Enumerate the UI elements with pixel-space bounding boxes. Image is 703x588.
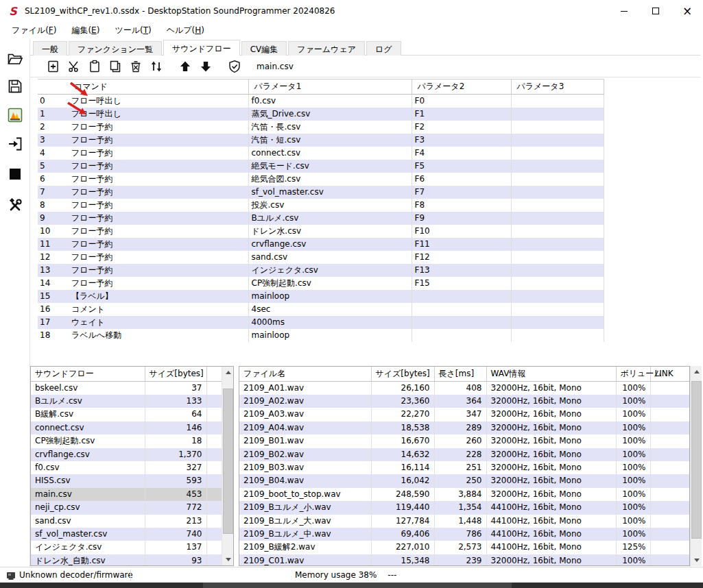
flow-row-param3[interactable] — [511, 95, 604, 108]
flow-row[interactable]: 8フロー予約投炭.csvF8 — [38, 199, 604, 212]
flow-row-n[interactable]: 6 — [38, 173, 69, 186]
flow-row-command[interactable]: 【ラベル】 — [69, 290, 248, 303]
soundflow-row[interactable]: Bユルメ.csv133 — [31, 395, 222, 408]
flow-row-command[interactable]: フロー予約 — [69, 251, 248, 264]
flow-row-param1[interactable]: mainloop — [248, 290, 412, 303]
wav-row[interactable]: 2109_B03.wav16,11425132000Hz, 16bit, Mon… — [239, 461, 689, 474]
flow-row-command[interactable]: フロー呼出し — [69, 95, 248, 108]
soundflow-row[interactable]: crvflange.csv1,370 — [31, 448, 222, 461]
flow-row-n[interactable]: 12 — [38, 251, 69, 264]
flow-row-param3[interactable] — [511, 173, 604, 186]
flow-row-n[interactable]: 10 — [38, 225, 69, 238]
flow-row-param2[interactable] — [412, 329, 511, 342]
flow-row-param1[interactable]: インジェクタ.csv — [248, 264, 412, 277]
flow-row[interactable]: 5フロー予約絶気モード.csvF5 — [38, 160, 604, 173]
flow-row[interactable]: 15【ラベル】mainloop — [38, 290, 604, 303]
flow-row-command[interactable]: フロー予約 — [69, 121, 248, 134]
flow-row-command[interactable]: フロー予約 — [69, 186, 248, 199]
flow-row-param3[interactable] — [511, 238, 604, 251]
flow-row-n[interactable]: 7 — [38, 186, 69, 199]
flow-row-param1[interactable]: Bユルメ.csv — [248, 212, 412, 225]
flow-row-command[interactable]: フロー予約 — [69, 238, 248, 251]
flow-row-n[interactable]: 2 — [38, 121, 69, 134]
soundflow-row[interactable]: neji_cp.csv772 — [31, 501, 222, 514]
soundflow-row[interactable]: sand.csv213 — [31, 515, 222, 528]
flow-row-param2[interactable]: F7 — [412, 186, 511, 199]
soundflow-row[interactable]: インジェクタ.csv137 — [31, 541, 222, 554]
flow-row[interactable]: 14フロー予約CP強制起動.csvF15 — [38, 277, 604, 290]
add-step-button[interactable] — [44, 58, 62, 75]
flow-row-param2[interactable]: F2 — [412, 121, 511, 134]
flow-row-n[interactable]: 8 — [38, 199, 69, 212]
flow-row-n[interactable]: 11 — [38, 238, 69, 251]
flow-row-param3[interactable] — [511, 303, 604, 316]
flow-row-param3[interactable] — [511, 199, 604, 212]
flow-row-param2[interactable]: F11 — [412, 238, 511, 251]
flow-row-param2[interactable]: F4 — [412, 147, 511, 160]
flow-row-param3[interactable] — [511, 329, 604, 342]
flow-row-param1[interactable]: 汽笛・長.csv — [248, 121, 412, 134]
flow-row-command[interactable]: フロー予約 — [69, 173, 248, 186]
flow-row-param1[interactable]: CP強制起動.csv — [248, 277, 412, 290]
flow-header-param2[interactable]: パラメータ2 — [412, 79, 511, 95]
flow-row-param3[interactable] — [511, 290, 604, 303]
flow-row-n[interactable]: 0 — [38, 95, 69, 108]
soundflow-header-name[interactable]: サウンドフロー — [31, 367, 145, 381]
flow-row-param3[interactable] — [511, 108, 604, 121]
flow-row-param2[interactable]: F12 — [412, 251, 511, 264]
flow-row-param2[interactable]: F9 — [412, 212, 511, 225]
scroll-up-icon[interactable] — [691, 366, 702, 378]
maximize-button[interactable] — [640, 0, 671, 22]
flow-row-param1[interactable]: ドレン水.csv — [248, 225, 412, 238]
wav-header-file[interactable]: ファイル名 — [239, 367, 371, 381]
flow-row-param3[interactable] — [511, 134, 604, 147]
flow-row-n[interactable]: 14 — [38, 277, 69, 290]
flow-row-command[interactable]: フロー呼出し — [69, 108, 248, 121]
wav-row[interactable]: 2109_B02.wav14,63222832000Hz, 16bit, Mon… — [239, 448, 689, 461]
soundflow-row[interactable]: B緩解.csv64 — [31, 408, 222, 421]
save-button[interactable] — [5, 76, 25, 97]
flow-row[interactable]: 4フロー予約connect.csvF4 — [38, 147, 604, 160]
wav-header-size[interactable]: サイズ[bytes] — [371, 367, 434, 381]
flow-row-n[interactable]: 5 — [38, 160, 69, 173]
flow-row-param2[interactable] — [412, 316, 511, 329]
flow-row-command[interactable]: フロー予約 — [69, 212, 248, 225]
scroll-down-icon[interactable] — [691, 554, 702, 566]
wav-row[interactable]: 2109_B04.wav16,04225032000Hz, 16bit, Mon… — [239, 474, 689, 487]
flow-row-n[interactable]: 18 — [38, 329, 69, 342]
flow-row[interactable]: 17ウェイト4000ms — [38, 316, 604, 329]
move-up-button[interactable] — [176, 58, 194, 75]
validate-button[interactable] — [225, 58, 243, 75]
wav-header-volume[interactable]: ボリューム — [616, 367, 650, 381]
flow-row-param2[interactable] — [412, 303, 511, 316]
flow-row[interactable]: 6フロー予約絶気合図.csvF6 — [38, 173, 604, 186]
flow-row[interactable]: 2フロー予約汽笛・長.csvF2 — [38, 121, 604, 134]
flow-row-command[interactable]: コメント — [69, 303, 248, 316]
flow-row-param1[interactable]: 4000ms — [248, 316, 412, 329]
flow-row-command[interactable]: フロー予約 — [69, 277, 248, 290]
scroll-up-icon[interactable] — [222, 367, 234, 378]
flow-row-param1[interactable]: connect.csv — [248, 147, 412, 160]
flow-row[interactable]: 7フロー予約sf_vol_master.csvF7 — [38, 186, 604, 199]
tab-log[interactable]: ログ — [366, 41, 401, 56]
flow-row[interactable]: 0フロー呼出しf0.csvF0 — [38, 95, 604, 108]
flow-row[interactable]: 11フロー予約crvflange.csvF11 — [38, 238, 604, 251]
wav-row[interactable]: 2109_Bユルメ_中.wav69,40678644100Hz, 16bit, … — [239, 528, 689, 541]
flow-row-param3[interactable] — [511, 147, 604, 160]
flow-row-command[interactable]: ラベルへ移動 — [69, 329, 248, 342]
tab-function-list[interactable]: ファンクション一覧 — [69, 41, 162, 56]
flow-row[interactable]: 18ラベルへ移動mainloop — [38, 329, 604, 342]
flow-row-param2[interactable]: F8 — [412, 199, 511, 212]
flow-row-command[interactable]: フロー予約 — [69, 147, 248, 160]
stop-button[interactable] — [5, 164, 25, 184]
wav-header-length[interactable]: 長さ[ms] — [434, 367, 486, 381]
wav-scroll-thumb[interactable] — [691, 381, 702, 539]
wav-row[interactable]: 2109_Bユルメ_小.wav119,4401,35444100Hz, 16bi… — [239, 501, 689, 514]
wav-header-info[interactable]: WAV情報 — [486, 367, 616, 381]
flow-row-param1[interactable]: sand.csv — [248, 251, 412, 264]
flow-row-param3[interactable] — [511, 277, 604, 290]
flow-row-param1[interactable]: f0.csv — [248, 95, 412, 108]
flow-row[interactable]: 12フロー予約sand.csvF12 — [38, 251, 604, 264]
flow-row-command[interactable]: フロー予約 — [69, 199, 248, 212]
wav-row[interactable]: 2109_A01.wav26,16040832000Hz, 16bit, Mon… — [239, 381, 689, 395]
